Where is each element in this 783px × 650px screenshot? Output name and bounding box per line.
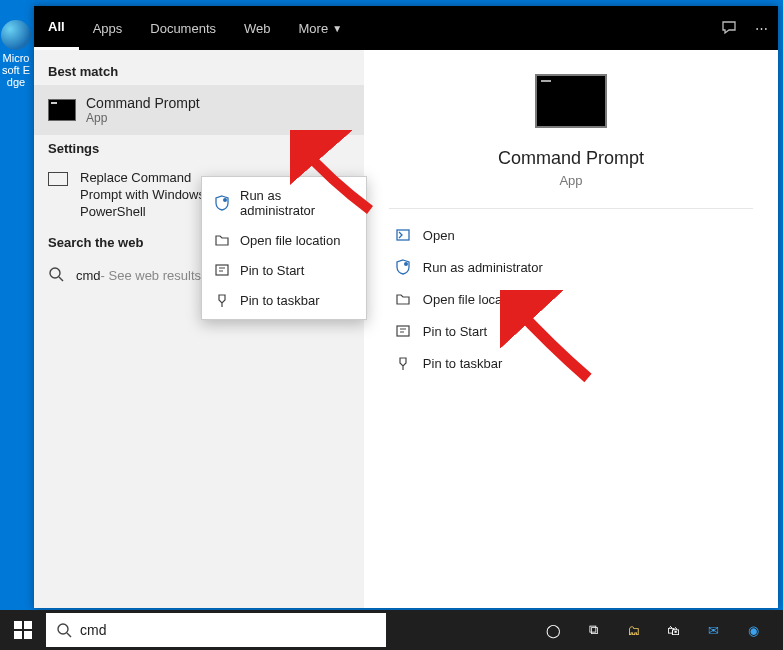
pin-start-icon [395,323,411,339]
desktop-icon-label: Microsoft Edge [0,52,32,88]
action-open-file-location[interactable]: Open file location [389,283,753,315]
result-preview: Command Prompt App Open Run as administr… [364,50,778,608]
context-menu: Run as administrator Open file location … [201,176,367,320]
pin-taskbar-icon [395,355,411,371]
search-icon [48,266,64,285]
tab-documents[interactable]: Documents [136,6,230,50]
ctx-pin-to-start[interactable]: Pin to Start [202,255,366,285]
taskbar-search-input[interactable] [80,622,376,638]
best-match-subtitle: App [86,111,200,125]
command-prompt-icon [48,99,76,121]
preview-title: Command Prompt [498,148,644,169]
taskbar-search[interactable] [46,613,386,647]
folder-icon [395,291,411,307]
tab-more[interactable]: More▼ [285,6,357,50]
microsoft-store-icon[interactable]: 🛍 [663,623,683,638]
cortana-icon[interactable]: ◯ [543,623,563,638]
pin-start-icon [214,262,230,278]
folder-icon [214,232,230,248]
edge-icon [1,20,31,50]
mail-icon[interactable]: ✉ [703,623,723,638]
web-subtext: - See web results [101,268,201,283]
action-pin-to-taskbar[interactable]: Pin to taskbar [389,347,753,379]
results-left: Best match Command Prompt App Settings R… [34,50,364,608]
shield-icon [214,195,230,211]
taskbar-tray: ◯ ⧉ 🗂 🛍 ✉ ◉ [543,622,783,638]
feedback-icon[interactable] [721,19,739,37]
action-pin-to-start[interactable]: Pin to Start [389,315,753,347]
shield-icon [395,259,411,275]
tab-web[interactable]: Web [230,6,285,50]
preview-actions: Open Run as administrator Open file loca… [389,219,753,379]
web-query: cmd [76,268,101,283]
divider [389,208,753,209]
more-options-icon[interactable]: ⋯ [755,21,770,36]
monitor-icon [48,172,68,186]
open-icon [395,227,411,243]
tab-all[interactable]: All [34,6,79,50]
action-open[interactable]: Open [389,219,753,251]
ctx-open-file-location[interactable]: Open file location [202,225,366,255]
pin-taskbar-icon [214,292,230,308]
start-button[interactable] [0,610,46,650]
task-view-icon[interactable]: ⧉ [583,622,603,638]
preview-subtitle: App [559,173,582,188]
chevron-down-icon: ▼ [332,23,342,34]
tab-apps[interactable]: Apps [79,6,137,50]
windows-logo-icon [14,621,32,639]
search-icon [56,622,72,638]
settings-item-label: Replace Command Prompt with Windows Powe… [80,170,210,221]
taskbar: ◯ ⧉ 🗂 🛍 ✉ ◉ [0,610,783,650]
preview-app-icon [535,74,607,128]
file-explorer-icon[interactable]: 🗂 [623,623,643,638]
edge-taskbar-icon[interactable]: ◉ [743,623,763,638]
settings-header: Settings [34,135,364,162]
search-panel: All Apps Documents Web More▼ ⋯ Best matc… [34,6,778,608]
ctx-run-as-administrator[interactable]: Run as administrator [202,181,366,225]
best-match-item[interactable]: Command Prompt App [34,85,364,135]
ctx-pin-to-taskbar[interactable]: Pin to taskbar [202,285,366,315]
best-match-title: Command Prompt [86,95,200,111]
action-run-as-administrator[interactable]: Run as administrator [389,251,753,283]
search-tabs: All Apps Documents Web More▼ ⋯ [34,6,778,50]
desktop-icon-edge[interactable]: Microsoft Edge [0,20,32,88]
best-match-header: Best match [34,58,364,85]
